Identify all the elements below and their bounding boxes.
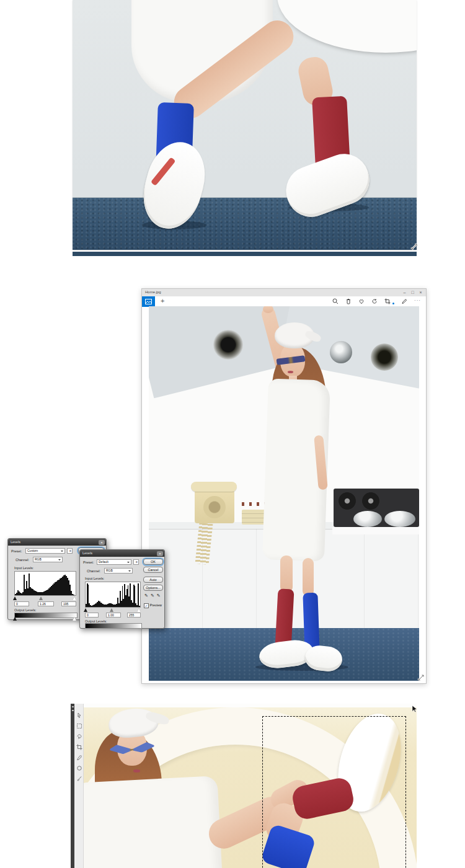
zoom-icon[interactable]	[332, 298, 339, 304]
porthole-speaker	[213, 330, 243, 360]
channel-select[interactable]: RGB	[33, 557, 63, 562]
input-low-field[interactable]: 0	[85, 613, 99, 618]
cancel-button[interactable]: Cancel	[143, 567, 163, 573]
delete-icon[interactable]	[345, 298, 352, 304]
highlight-slider[interactable]	[73, 596, 76, 600]
channel-label: Channel:	[16, 558, 29, 562]
photo-top-crossed-legs	[73, 0, 417, 250]
maximize-button[interactable]: □	[409, 289, 417, 296]
chrome-bowl	[353, 511, 382, 527]
preview-checkbox[interactable]: ✓ Preview	[144, 603, 162, 608]
marquee-selection[interactable]	[262, 716, 406, 868]
input-high-field[interactable]: 195	[61, 601, 76, 606]
dialog-title: Levels	[82, 551, 92, 555]
gamma-slider[interactable]	[110, 608, 113, 612]
shadow-slider[interactable]	[84, 608, 87, 612]
model-lips	[288, 371, 293, 373]
collapse-icon[interactable]	[72, 706, 74, 707]
more-options-icon[interactable]: ···	[414, 298, 421, 303]
input-low-field[interactable]: 0	[14, 601, 29, 606]
tape-reel	[362, 492, 379, 510]
preset-select[interactable]: Default	[97, 559, 131, 565]
output-low-slider[interactable]	[13, 617, 17, 621]
preset-label: Preset:	[11, 549, 22, 553]
model-lips	[133, 769, 140, 773]
input-gamma-field[interactable]: 1.00	[106, 613, 121, 618]
input-levels-label: Input Levels:	[14, 566, 33, 570]
input-high-field[interactable]: 255	[127, 613, 141, 618]
eyedropper-tool-icon[interactable]	[76, 755, 82, 761]
model-shin	[303, 558, 314, 596]
tools-panel-strip	[71, 704, 84, 868]
marquee-tool-icon[interactable]	[76, 723, 82, 729]
input-histogram	[85, 582, 141, 608]
output-high-slider[interactable]	[73, 617, 76, 621]
channel-label: Channel:	[87, 569, 100, 573]
phone-handset	[191, 482, 237, 492]
options-button[interactable]: Options...	[143, 585, 163, 591]
move-tool-icon[interactable]	[76, 712, 82, 719]
input-gamma-field[interactable]: 1.26	[38, 601, 54, 606]
collapse-icon[interactable]	[72, 710, 74, 711]
photo-bottom-sitting-model	[84, 704, 417, 868]
gray-point-eyedropper-icon[interactable]: ✎	[151, 593, 154, 598]
gamma-slider[interactable]	[39, 596, 43, 600]
tape-reel	[339, 492, 356, 510]
white-round-platform	[277, 0, 417, 53]
input-histogram	[14, 571, 76, 596]
dialog-titlebar[interactable]: Levels ×	[8, 539, 106, 546]
shadow-slider[interactable]	[13, 596, 17, 600]
ok-button[interactable]: OK	[143, 559, 163, 565]
input-levels-label: Input Levels:	[85, 577, 104, 580]
lasso-tool-icon[interactable]	[76, 733, 82, 740]
wall-top-strip	[84, 704, 417, 707]
navy-divider-strip	[73, 252, 417, 256]
levels-dialog-front: Levels × Preset: Default ≡ OK Cancel Aut…	[79, 549, 165, 629]
checkbox-check-icon: ✓	[144, 603, 149, 608]
model-shin	[280, 556, 293, 593]
rotate-icon[interactable]	[371, 298, 378, 304]
output-gradient	[14, 613, 78, 618]
phone-dial	[203, 496, 226, 518]
close-icon[interactable]: ×	[157, 551, 163, 556]
eyedropper-icons[interactable]: ✎✎✎	[144, 593, 161, 598]
chrome-bowl	[384, 511, 415, 527]
brush-tool-icon[interactable]	[76, 776, 82, 782]
viewer-toolbar: + ···	[142, 296, 426, 307]
preset-options-button[interactable]: ≡	[133, 559, 139, 565]
photo-library-icon	[145, 299, 152, 304]
minimize-button[interactable]: –	[401, 289, 409, 296]
close-button[interactable]: ×	[417, 289, 425, 296]
preview-label: Preview	[150, 603, 162, 607]
black-point-eyedropper-icon[interactable]: ✎	[144, 593, 148, 598]
preset-label: Preset:	[83, 560, 94, 564]
chrome-knob	[330, 341, 352, 363]
shape-tool-icon[interactable]	[76, 765, 82, 771]
crop-tool-icon[interactable]	[76, 744, 82, 750]
photo-viewer-window: Home.jpg – □ × +	[141, 288, 427, 684]
dialog-titlebar[interactable]: Levels ×	[80, 550, 164, 557]
preset-select[interactable]: Custom	[25, 548, 65, 554]
edit-icon[interactable]	[401, 298, 407, 304]
output-levels-label: Output Levels:	[14, 608, 36, 612]
channel-select[interactable]: RGB	[104, 568, 133, 574]
panel-edge-bar[interactable]	[71, 704, 74, 868]
crop-dropdown-dot[interactable]	[392, 303, 394, 304]
dialog-title: Levels	[11, 540, 20, 544]
crop-icon[interactable]	[384, 298, 391, 304]
graffiti-tee	[84, 776, 223, 868]
white-point-eyedropper-icon[interactable]: ✎	[157, 593, 161, 598]
porthole-speaker	[371, 343, 398, 371]
add-to-button[interactable]: +	[161, 297, 164, 304]
see-all-photos-button[interactable]	[142, 296, 155, 307]
highlight-slider[interactable]	[137, 608, 141, 612]
design-workspace: Home.jpg – □ × +	[0, 0, 465, 868]
output-gradient	[85, 623, 142, 629]
preset-options-button[interactable]: ≡	[67, 548, 73, 554]
viewer-title: Home.jpg	[145, 290, 161, 294]
equipment-shelf	[332, 527, 419, 534]
favorite-heart-icon[interactable]	[358, 298, 365, 304]
auto-button[interactable]: Auto	[143, 577, 163, 583]
close-icon[interactable]: ×	[99, 540, 105, 545]
photo-middle-standing-model	[149, 306, 419, 681]
